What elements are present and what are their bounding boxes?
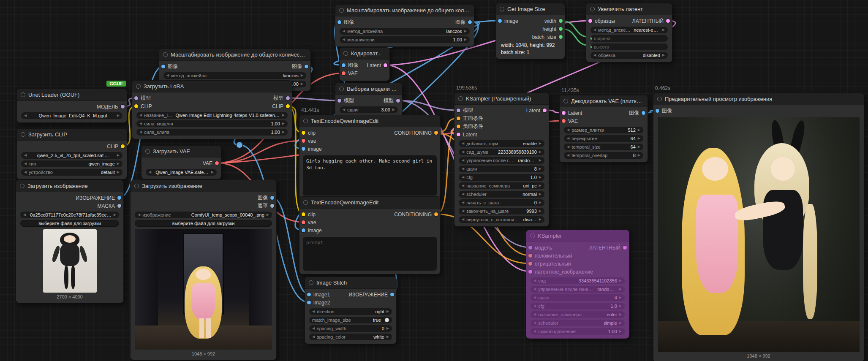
node-title-bar[interactable]: Image Stitch (305, 277, 396, 289)
arrow-right-icon[interactable]: ▶ (539, 176, 541, 179)
collapse-icon[interactable] (500, 7, 504, 11)
combo-widget[interactable]: ◀qwen_2.5_vl_7b_fp8_scaled.saf ...▶ (21, 152, 122, 159)
collapse-icon[interactable] (134, 184, 139, 188)
arrow-left-icon[interactable]: ◀ (139, 130, 142, 134)
collapse-icon[interactable] (20, 184, 24, 188)
output-port-icon[interactable] (390, 293, 394, 296)
collapse-icon[interactable] (339, 87, 344, 91)
arrow-right-icon[interactable]: ▶ (539, 150, 541, 154)
arrow-right-icon[interactable]: ▶ (539, 218, 541, 221)
output-port[interactable]: МОДЕЛЬ (97, 104, 123, 110)
arrow-left-icon[interactable]: ◀ (312, 327, 315, 330)
arrow-right-icon[interactable]: ▶ (267, 213, 269, 217)
combo-widget[interactable]: ◀типqwen_image▶ (21, 160, 122, 167)
input-port[interactable]: модель (530, 245, 552, 251)
collapse-icon[interactable] (136, 84, 141, 89)
collapse-icon[interactable] (563, 99, 568, 103)
combo-widget[interactable]: ◀управление после генер...randomize▶ (459, 157, 544, 164)
node-title-bar[interactable]: Загрузить изображение (16, 180, 123, 192)
arrow-right-icon[interactable]: ▶ (539, 193, 541, 196)
arrow-left-icon[interactable]: ◀ (462, 193, 464, 196)
input-port[interactable]: 图像 (163, 63, 178, 70)
node-title-bar[interactable]: Кодироват... (340, 48, 389, 60)
output-port-icon[interactable] (623, 246, 627, 250)
output-port-icon[interactable] (559, 35, 563, 39)
output-port-icon[interactable] (559, 27, 563, 31)
input-port[interactable]: положительный (530, 253, 572, 259)
node-get-image-size[interactable]: Get Image Sizeimagewidthheightbatch_size… (495, 3, 565, 59)
output-port-icon[interactable] (305, 65, 308, 68)
arrow-left-icon[interactable]: ◀ (567, 154, 569, 157)
arrow-right-icon[interactable]: ▶ (282, 130, 285, 134)
output-port-icon[interactable] (286, 104, 290, 108)
arrow-left-icon[interactable]: ◀ (24, 171, 27, 174)
input-port-icon[interactable] (337, 99, 341, 103)
number-widget[interactable]: ◀перекрытие64▶ (564, 135, 643, 142)
node-title-bar[interactable]: Масштабировать изображение до общего кол… (159, 49, 310, 61)
number-widget[interactable]: ◀сид934335541102356▶ (531, 277, 625, 284)
input-port-icon[interactable] (342, 71, 346, 75)
input-port-icon[interactable] (457, 109, 460, 112)
input-port[interactable]: 图像 (343, 62, 358, 69)
output-port[interactable]: CLIP (107, 144, 123, 149)
prompt-textarea[interactable]: Girls hugging each other. Make second gi… (303, 155, 437, 195)
output-port-icon[interactable] (434, 131, 438, 135)
input-port[interactable]: image1 (308, 292, 330, 298)
arrow-right-icon[interactable]: ▶ (638, 128, 640, 132)
output-port-icon[interactable] (117, 204, 121, 208)
input-port-icon[interactable] (528, 254, 532, 258)
input-port-icon[interactable] (588, 19, 592, 23)
arrow-right-icon[interactable]: ▶ (211, 171, 214, 174)
number-widget[interactable]: ◀шаги8▶ (459, 166, 544, 172)
collapse-icon[interactable] (21, 92, 25, 97)
arrow-right-icon[interactable]: ▶ (619, 296, 622, 299)
node-title-bar[interactable]: Предварительный просмотр изображения (653, 93, 864, 105)
collapse-icon[interactable] (303, 119, 308, 123)
input-port-icon[interactable] (457, 125, 460, 128)
input-port[interactable]: отрицательный (530, 261, 571, 267)
number-widget[interactable]: ◀spacing_width0▶ (309, 325, 392, 332)
input-port[interactable]: 图像 (339, 19, 354, 26)
number-widget[interactable]: ◀сила_клипа1.00▶ (136, 129, 288, 136)
arrow-left-icon[interactable]: ◀ (312, 335, 315, 339)
output-port-icon[interactable] (121, 144, 125, 148)
output-port[interactable]: CONDITIONING (394, 130, 437, 136)
input-port[interactable]: Latent (563, 110, 582, 116)
output-port[interactable]: CLIP (272, 103, 288, 109)
number-widget[interactable]: ◀сид_шума223338959839100▶ (459, 149, 544, 155)
input-port[interactable]: 模型 (339, 97, 354, 104)
input-port-icon[interactable] (134, 96, 138, 100)
node-load-lora[interactable]: Загрузить LoRA模型模型CLIPCLIP◀название_lora… (132, 80, 292, 139)
input-port[interactable]: CLIP (136, 103, 152, 109)
collapse-icon[interactable] (343, 51, 348, 56)
node-title-bar[interactable]: Загрузить CLIP (17, 129, 127, 141)
arrow-left-icon[interactable]: ◀ (166, 74, 169, 77)
output-port-icon[interactable] (270, 204, 274, 208)
arrow-right-icon[interactable]: ▶ (117, 154, 120, 157)
node-title-bar[interactable]: Выборка модели Aur... (335, 83, 402, 95)
node-preview-image[interactable]: 0.462sПредварительный просмотр изображен… (653, 93, 864, 361)
collapse-icon[interactable] (145, 149, 150, 154)
input-port[interactable]: VAE (343, 71, 358, 76)
input-port-icon[interactable] (307, 293, 311, 296)
arrow-right-icon[interactable]: ▶ (539, 159, 541, 162)
arrow-right-icon[interactable]: ▶ (619, 321, 622, 325)
output-port[interactable]: batch_size (532, 34, 561, 40)
input-port-icon[interactable] (590, 37, 592, 41)
node-title-bar[interactable]: Get Image Size (496, 3, 565, 15)
arrow-left-icon[interactable]: ◀ (149, 171, 151, 174)
arrow-right-icon[interactable]: ▶ (619, 330, 622, 333)
arrow-right-icon[interactable]: ▶ (386, 327, 389, 330)
arrow-left-icon[interactable]: ◀ (567, 128, 569, 132)
node-title-bar[interactable]: Загрузить VAE (141, 146, 221, 157)
arrow-right-icon[interactable]: ▶ (301, 82, 303, 86)
output-port-icon[interactable] (559, 19, 563, 23)
input-port[interactable]: vae (303, 220, 316, 225)
input-port[interactable]: image2 (308, 300, 330, 306)
arrow-right-icon[interactable]: ▶ (539, 201, 541, 204)
prompt-textarea[interactable]: prompt (303, 237, 437, 271)
input-port-icon[interactable] (302, 212, 305, 216)
arrow-right-icon[interactable]: ▶ (539, 167, 541, 171)
number-widget[interactable]: ◀размер_плитки512▶ (564, 127, 643, 133)
input-port[interactable]: clip (303, 212, 316, 217)
